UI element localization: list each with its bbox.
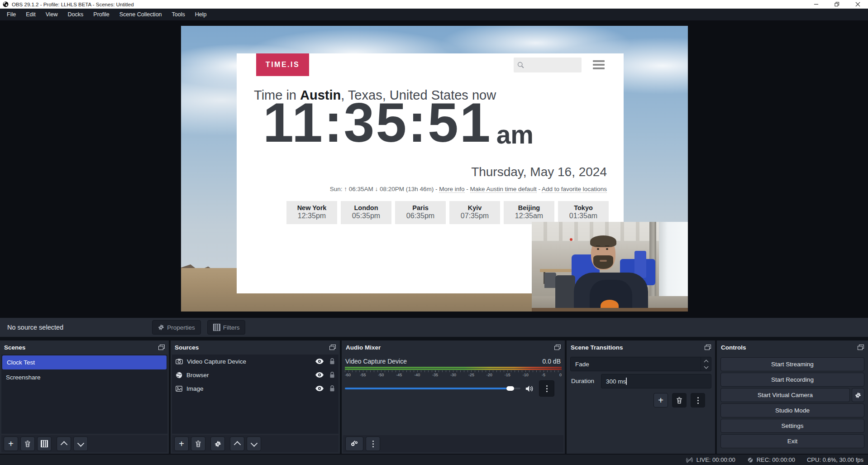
menu-view[interactable]: View	[41, 10, 63, 19]
city-beijing[interactable]: Beijing12:35am	[504, 201, 554, 224]
more-info-link[interactable]: More info	[439, 186, 464, 193]
add-transition-button[interactable]: +	[653, 393, 668, 407]
city-london[interactable]: London05:35pm	[341, 201, 391, 224]
add-favorite-link[interactable]: Add to favorite locations	[542, 186, 607, 193]
transition-select[interactable]: Fade	[570, 357, 711, 371]
source-item-browser[interactable]: Browser	[172, 368, 339, 382]
transitions-title: Scene Transitions	[571, 344, 623, 351]
select-spinner[interactable]	[701, 357, 711, 371]
popout-icon[interactable]	[158, 345, 165, 350]
scenes-title: Scenes	[4, 344, 25, 351]
timeis-logo[interactable]: TIME.IS	[256, 53, 309, 76]
lock-icon[interactable]	[329, 358, 335, 364]
city-tokyo[interactable]: Tokyo01:35am	[558, 201, 609, 224]
timeis-search-input[interactable]	[514, 58, 582, 72]
speaker-icon[interactable]	[525, 385, 534, 393]
menu-edit[interactable]: Edit	[21, 10, 41, 19]
scenes-list: Clock Test Screenshare	[1, 355, 167, 434]
eye-icon[interactable]	[315, 372, 324, 378]
popout-icon[interactable]	[858, 345, 864, 350]
hamburger-menu-icon[interactable]	[593, 60, 605, 69]
source-item-image[interactable]: Image	[172, 382, 339, 395]
mixer-toolbar	[343, 435, 563, 452]
transition-menu-button[interactable]	[691, 393, 705, 407]
studio-mode-button[interactable]: Studio Mode	[720, 403, 864, 417]
exit-button[interactable]: Exit	[720, 434, 864, 448]
filters-icon	[213, 324, 220, 331]
source-status-text: No source selected	[7, 324, 63, 331]
mixer-options-button[interactable]	[539, 380, 554, 397]
audio-mixer-title: Audio Mixer	[346, 344, 381, 351]
filters-button[interactable]: Filters	[207, 320, 246, 335]
lock-icon[interactable]	[329, 372, 335, 378]
popout-icon[interactable]	[705, 345, 711, 350]
clock-meridiem: am	[496, 122, 534, 148]
city-paris[interactable]: Paris06:35pm	[395, 201, 446, 224]
obs-window: OBS 29.1.2 - Profile: LLHLS BETA - Scene…	[0, 0, 868, 465]
scenes-panel: Scenes Clock Test Screenshare +	[0, 340, 169, 454]
search-icon	[517, 61, 525, 69]
menu-profile[interactable]: Profile	[88, 10, 114, 19]
scene-up-button[interactable]	[57, 436, 71, 451]
scene-item-screenshare[interactable]: Screenshare	[1, 370, 167, 384]
eye-icon[interactable]	[315, 386, 324, 391]
record-inactive-icon	[747, 457, 754, 463]
scene-preview[interactable]: TIME.IS Time in Austin, Texas, United St…	[181, 26, 688, 312]
duration-label: Duration	[571, 378, 594, 384]
window-title: OBS 29.1.2 - Profile: LLHLS BETA - Scene…	[12, 2, 134, 7]
volume-slider[interactable]	[345, 388, 520, 389]
timeis-date: Thursday, May 16, 2024	[471, 165, 607, 179]
remove-source-button[interactable]	[191, 436, 205, 451]
source-item-video-capture[interactable]: Video Capture Device	[172, 355, 339, 368]
controls-panel: Controls Start Streaming Start Recording…	[717, 340, 868, 454]
popout-icon[interactable]	[554, 345, 561, 350]
duration-value: 300 ms	[601, 378, 626, 385]
menu-tools[interactable]: Tools	[167, 10, 190, 19]
virtual-camera-settings-button[interactable]	[852, 388, 864, 402]
menu-scene-collection[interactable]: Scene Collection	[114, 10, 167, 19]
sources-toolbar: +	[172, 435, 339, 452]
scene-transitions-panel: Scene Transitions Fade Duration 300 ms +	[567, 340, 715, 454]
advanced-audio-button[interactable]	[345, 436, 363, 451]
scene-down-button[interactable]	[73, 436, 88, 451]
add-scene-button[interactable]: +	[4, 436, 18, 451]
lock-icon[interactable]	[329, 385, 335, 392]
city-kyiv[interactable]: Kyiv07:35pm	[449, 201, 500, 224]
properties-button[interactable]: Properties	[152, 320, 201, 335]
scene-item-clock-test[interactable]: Clock Test	[2, 355, 167, 369]
sources-title: Sources	[175, 344, 199, 351]
remove-scene-button[interactable]	[20, 436, 35, 451]
start-streaming-button[interactable]: Start Streaming	[720, 357, 864, 371]
source-properties-button[interactable]	[210, 436, 225, 451]
city-newyork[interactable]: New York12:35pm	[286, 201, 337, 224]
restore-button[interactable]	[826, 0, 847, 9]
close-button[interactable]	[847, 0, 868, 9]
gear-icon	[158, 324, 164, 331]
globe-icon	[176, 372, 182, 379]
mixer-menu-button[interactable]	[366, 436, 380, 451]
menu-help[interactable]: Help	[190, 10, 212, 19]
timeis-sun-line: Sun: ↑ 06:35AM ↓ 08:20PM (13h 46m) - Mor…	[246, 186, 607, 192]
remove-transition-button[interactable]	[672, 393, 687, 407]
volume-meter	[345, 367, 562, 370]
duration-spinbox[interactable]: 300 ms	[601, 374, 711, 388]
add-source-button[interactable]: +	[174, 436, 189, 451]
eye-icon[interactable]	[315, 359, 324, 364]
minimize-button[interactable]	[806, 0, 826, 9]
menu-file[interactable]: File	[2, 10, 21, 19]
meter-scale: -60 -55 -50 -45 -40 -35 -30 -25 -20 -15 …	[345, 370, 562, 379]
volume-slider-handle[interactable]	[506, 386, 514, 391]
start-recording-button[interactable]: Start Recording	[720, 373, 864, 387]
preview-canvas: TIME.IS Time in Austin, Texas, United St…	[0, 20, 868, 318]
popout-icon[interactable]	[329, 345, 336, 350]
source-down-button[interactable]	[247, 436, 261, 451]
settings-button[interactable]: Settings	[720, 419, 864, 433]
rec-status: REC: 00:00:00	[747, 456, 795, 463]
duration-spinner[interactable]	[626, 378, 627, 385]
scene-filters-button[interactable]	[37, 436, 52, 451]
start-virtual-camera-button[interactable]: Start Virtual Camera	[720, 388, 850, 402]
source-up-button[interactable]	[230, 436, 244, 451]
make-default-link[interactable]: Make Austin time default	[470, 186, 537, 193]
live-status: LIVE: 00:00:00	[686, 456, 735, 463]
menu-docks[interactable]: Docks	[63, 10, 89, 19]
